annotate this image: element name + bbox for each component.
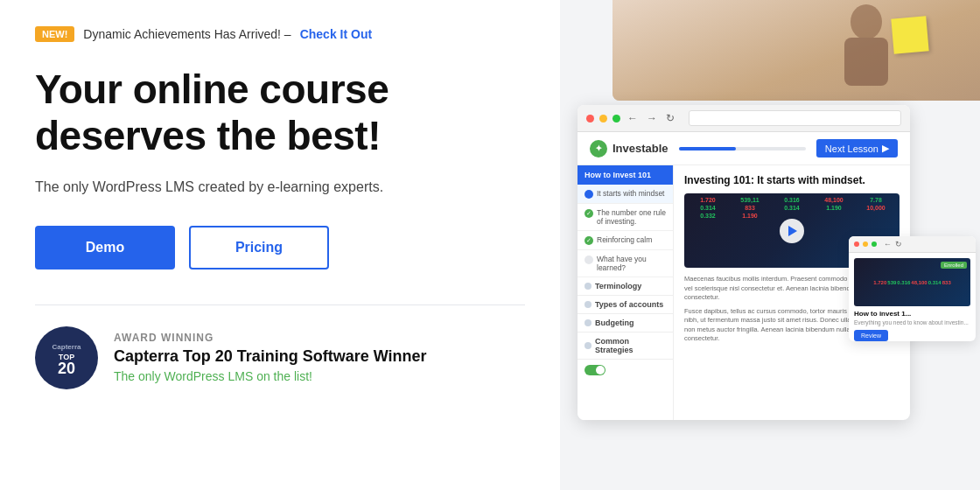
svg-text:20: 20 (58, 360, 75, 377)
mini-course-subtitle: Everything you need to know about invest… (854, 319, 970, 326)
chapter-dot-4 (584, 342, 592, 349)
next-lesson-button[interactable]: Next Lesson ▶ (816, 139, 898, 158)
mini-course-content: 1.720 539 0.316 48,100 0.314 833 Enrolle… (849, 253, 976, 341)
enrolled-badge: Enrolled (941, 262, 967, 269)
lesson-label-3: Reinforcing calm (597, 235, 652, 244)
mini-course-title: How to invest 1... (854, 310, 970, 318)
nav-refresh-2[interactable]: ↻ (895, 240, 902, 248)
window-maximize-dot (612, 115, 620, 122)
sticky-note (891, 16, 928, 53)
award-text: AWARD WINNING Capterra Top 20 Training S… (114, 332, 427, 383)
chapter-dot-1 (584, 283, 592, 290)
pricing-button[interactable]: Pricing (189, 226, 329, 270)
hero-heading: Your online course deserves the best! (35, 66, 525, 159)
sidebar-section-title: How to Invest 101 (578, 165, 673, 185)
lms-logo-text: Investable (612, 142, 668, 155)
lesson-title: Investing 101: It starts with mindset. (684, 174, 900, 186)
dot-red-2 (854, 242, 859, 247)
demo-button[interactable]: Demo (35, 226, 175, 270)
play-icon (788, 226, 797, 236)
lms-header: ✦ Investable Next Lesson ▶ (578, 132, 910, 165)
announcement-text: Dynamic Achievements Has Arrived! – (83, 27, 290, 41)
lesson-label-1: It starts with mindset (597, 189, 664, 198)
forward-button[interactable]: → (645, 112, 659, 124)
dot-yellow-2 (863, 242, 868, 247)
hero-image (612, 0, 980, 101)
check-it-out-link[interactable]: Check It Out (300, 27, 372, 41)
address-bar[interactable] (689, 110, 901, 126)
browser-mockup-secondary: ← ↻ 1.720 539 0.316 48,100 0.314 833 Enr… (849, 236, 976, 341)
dot-green-2 (872, 242, 877, 247)
sidebar-lesson-2[interactable]: ✓ The number one rule of investing. (578, 204, 673, 231)
back-button[interactable]: ← (626, 112, 640, 124)
award-title: Capterra Top 20 Training Software Winner (114, 347, 427, 366)
lms-logo-icon: ✦ (590, 140, 607, 158)
lms-logo: ✦ Investable (590, 140, 668, 158)
award-label: AWARD WINNING (114, 332, 427, 344)
lesson-check-3: ✓ (584, 236, 593, 245)
svg-text:Capterra: Capterra (52, 343, 81, 351)
announcement-bar: NEW! Dynamic Achievements Has Arrived! –… (35, 26, 525, 42)
sidebar-toggle (578, 360, 673, 381)
new-badge: NEW! (35, 26, 74, 42)
lesson-check-2: ✓ (584, 209, 593, 218)
award-subtitle: The only WordPress LMS on the list! (114, 369, 427, 383)
play-button[interactable] (780, 219, 804, 243)
sidebar-chapter-1[interactable]: Terminology (578, 277, 673, 296)
sidebar-lesson-4[interactable]: What have you learned? (578, 250, 673, 277)
svg-point-4 (850, 4, 882, 39)
lesson-indicator-4 (584, 256, 593, 264)
divider (35, 304, 525, 305)
sidebar-lesson-1[interactable]: It starts with mindset (578, 185, 673, 204)
lms-progress-fill (679, 147, 736, 150)
chapter-dot-2 (584, 301, 592, 308)
chapter-dot-3 (584, 319, 592, 326)
window-minimize-dot (599, 115, 607, 122)
lesson-label-4: What have you learned? (597, 255, 666, 272)
refresh-button[interactable]: ↻ (664, 112, 676, 124)
window-close-dot (586, 115, 594, 122)
toggle-thumb (596, 366, 605, 374)
lms-sidebar: How to Invest 101 It starts with mindset… (578, 165, 674, 420)
left-panel: NEW! Dynamic Achievements Has Arrived! –… (0, 0, 560, 490)
sidebar-chapter-3[interactable]: Budgeting (578, 314, 673, 332)
mini-course-image: 1.720 539 0.316 48,100 0.314 833 Enrolle… (854, 258, 970, 306)
hero-subtext: The only WordPress LMS created by e-lear… (35, 177, 525, 198)
sidebar-lesson-3[interactable]: ✓ Reinforcing calm (578, 231, 673, 250)
browser-toolbar-2: ← ↻ (849, 236, 976, 253)
browser-toolbar: ← → ↻ (578, 105, 910, 132)
nav-back-2[interactable]: ← (884, 240, 892, 248)
cta-buttons: Demo Pricing (35, 226, 525, 270)
lesson-indicator-1 (584, 190, 593, 199)
sidebar-chapter-2[interactable]: Types of accounts (578, 296, 673, 314)
capterra-badge: Capterra TOP 20 (35, 326, 98, 389)
lms-progress-bar (679, 147, 806, 150)
svg-rect-5 (844, 38, 888, 86)
right-panel: ← → ↻ ✦ Investable Next Lesson ▶ (560, 0, 980, 490)
review-button[interactable]: Review (854, 330, 888, 341)
lesson-label-2: The number one rule of investing. (597, 208, 666, 226)
award-section: Capterra TOP 20 AWARD WINNING Capterra T… (35, 326, 525, 389)
sidebar-chapter-4[interactable]: Common Strategies (578, 332, 673, 360)
toggle-track[interactable] (584, 365, 606, 375)
